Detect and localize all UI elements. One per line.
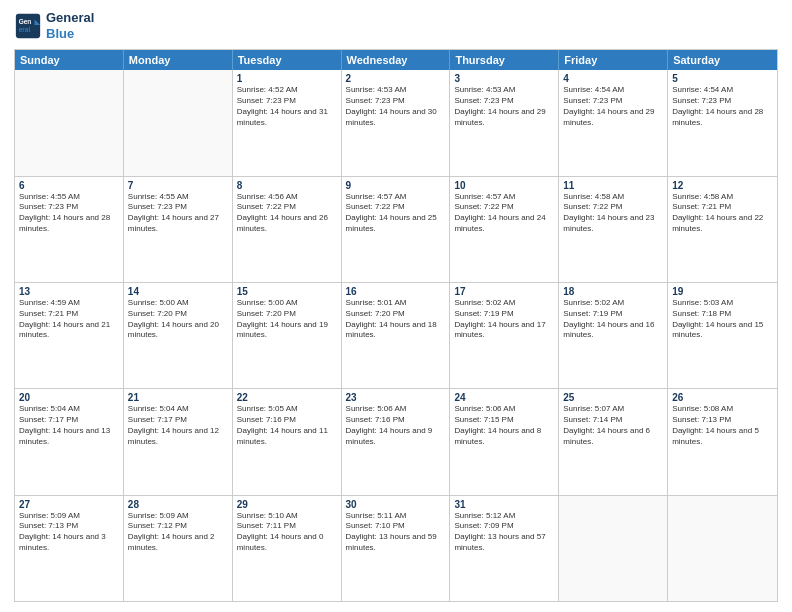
- logo: Gen eral GeneralBlue: [14, 10, 94, 41]
- day-info: Sunrise: 5:09 AMSunset: 7:13 PMDaylight:…: [19, 511, 119, 554]
- day-info: Sunrise: 5:02 AMSunset: 7:19 PMDaylight:…: [454, 298, 554, 341]
- calendar-cell: 23Sunrise: 5:06 AMSunset: 7:16 PMDayligh…: [342, 389, 451, 494]
- day-info: Sunrise: 4:54 AMSunset: 7:23 PMDaylight:…: [672, 85, 773, 128]
- calendar-cell: 26Sunrise: 5:08 AMSunset: 7:13 PMDayligh…: [668, 389, 777, 494]
- day-info: Sunrise: 5:07 AMSunset: 7:14 PMDaylight:…: [563, 404, 663, 447]
- day-info: Sunrise: 4:54 AMSunset: 7:23 PMDaylight:…: [563, 85, 663, 128]
- day-info: Sunrise: 4:57 AMSunset: 7:22 PMDaylight:…: [346, 192, 446, 235]
- day-number: 19: [672, 286, 773, 297]
- calendar-cell: 11Sunrise: 4:58 AMSunset: 7:22 PMDayligh…: [559, 177, 668, 282]
- day-header-saturday: Saturday: [668, 50, 777, 70]
- day-number: 22: [237, 392, 337, 403]
- day-header-wednesday: Wednesday: [342, 50, 451, 70]
- calendar-cell: 21Sunrise: 5:04 AMSunset: 7:17 PMDayligh…: [124, 389, 233, 494]
- calendar-cell: 17Sunrise: 5:02 AMSunset: 7:19 PMDayligh…: [450, 283, 559, 388]
- calendar-cell: 31Sunrise: 5:12 AMSunset: 7:09 PMDayligh…: [450, 496, 559, 601]
- day-number: 3: [454, 73, 554, 84]
- logo-text: GeneralBlue: [46, 10, 94, 41]
- day-info: Sunrise: 5:11 AMSunset: 7:10 PMDaylight:…: [346, 511, 446, 554]
- calendar-body: 1Sunrise: 4:52 AMSunset: 7:23 PMDaylight…: [15, 70, 777, 601]
- day-number: 23: [346, 392, 446, 403]
- calendar-week-3: 13Sunrise: 4:59 AMSunset: 7:21 PMDayligh…: [15, 283, 777, 389]
- calendar-cell: [15, 70, 124, 175]
- day-header-sunday: Sunday: [15, 50, 124, 70]
- day-info: Sunrise: 5:06 AMSunset: 7:16 PMDaylight:…: [346, 404, 446, 447]
- day-number: 17: [454, 286, 554, 297]
- calendar-cell: 19Sunrise: 5:03 AMSunset: 7:18 PMDayligh…: [668, 283, 777, 388]
- day-info: Sunrise: 4:55 AMSunset: 7:23 PMDaylight:…: [19, 192, 119, 235]
- day-info: Sunrise: 5:05 AMSunset: 7:16 PMDaylight:…: [237, 404, 337, 447]
- day-info: Sunrise: 5:04 AMSunset: 7:17 PMDaylight:…: [19, 404, 119, 447]
- calendar-cell: 20Sunrise: 5:04 AMSunset: 7:17 PMDayligh…: [15, 389, 124, 494]
- day-number: 6: [19, 180, 119, 191]
- day-number: 9: [346, 180, 446, 191]
- day-number: 16: [346, 286, 446, 297]
- page-header: Gen eral GeneralBlue: [14, 10, 778, 41]
- day-info: Sunrise: 5:12 AMSunset: 7:09 PMDaylight:…: [454, 511, 554, 554]
- day-number: 24: [454, 392, 554, 403]
- calendar-cell: 22Sunrise: 5:05 AMSunset: 7:16 PMDayligh…: [233, 389, 342, 494]
- calendar-cell: 13Sunrise: 4:59 AMSunset: 7:21 PMDayligh…: [15, 283, 124, 388]
- calendar-cell: 12Sunrise: 4:58 AMSunset: 7:21 PMDayligh…: [668, 177, 777, 282]
- day-number: 27: [19, 499, 119, 510]
- day-number: 4: [563, 73, 663, 84]
- calendar-cell: 1Sunrise: 4:52 AMSunset: 7:23 PMDaylight…: [233, 70, 342, 175]
- calendar: SundayMondayTuesdayWednesdayThursdayFrid…: [14, 49, 778, 602]
- calendar-cell: 8Sunrise: 4:56 AMSunset: 7:22 PMDaylight…: [233, 177, 342, 282]
- day-number: 11: [563, 180, 663, 191]
- day-number: 14: [128, 286, 228, 297]
- calendar-cell: 18Sunrise: 5:02 AMSunset: 7:19 PMDayligh…: [559, 283, 668, 388]
- day-header-thursday: Thursday: [450, 50, 559, 70]
- day-number: 10: [454, 180, 554, 191]
- calendar-cell: [559, 496, 668, 601]
- day-info: Sunrise: 4:56 AMSunset: 7:22 PMDaylight:…: [237, 192, 337, 235]
- calendar-cell: 30Sunrise: 5:11 AMSunset: 7:10 PMDayligh…: [342, 496, 451, 601]
- day-number: 28: [128, 499, 228, 510]
- calendar-cell: 4Sunrise: 4:54 AMSunset: 7:23 PMDaylight…: [559, 70, 668, 175]
- day-info: Sunrise: 4:57 AMSunset: 7:22 PMDaylight:…: [454, 192, 554, 235]
- day-info: Sunrise: 5:00 AMSunset: 7:20 PMDaylight:…: [128, 298, 228, 341]
- calendar-cell: 29Sunrise: 5:10 AMSunset: 7:11 PMDayligh…: [233, 496, 342, 601]
- calendar-cell: 2Sunrise: 4:53 AMSunset: 7:23 PMDaylight…: [342, 70, 451, 175]
- day-header-tuesday: Tuesday: [233, 50, 342, 70]
- day-number: 15: [237, 286, 337, 297]
- day-info: Sunrise: 4:59 AMSunset: 7:21 PMDaylight:…: [19, 298, 119, 341]
- day-info: Sunrise: 5:10 AMSunset: 7:11 PMDaylight:…: [237, 511, 337, 554]
- day-number: 21: [128, 392, 228, 403]
- calendar-week-2: 6Sunrise: 4:55 AMSunset: 7:23 PMDaylight…: [15, 177, 777, 283]
- day-info: Sunrise: 5:09 AMSunset: 7:12 PMDaylight:…: [128, 511, 228, 554]
- day-info: Sunrise: 5:06 AMSunset: 7:15 PMDaylight:…: [454, 404, 554, 447]
- calendar-cell: 10Sunrise: 4:57 AMSunset: 7:22 PMDayligh…: [450, 177, 559, 282]
- day-number: 1: [237, 73, 337, 84]
- day-number: 2: [346, 73, 446, 84]
- calendar-cell: 9Sunrise: 4:57 AMSunset: 7:22 PMDaylight…: [342, 177, 451, 282]
- calendar-header: SundayMondayTuesdayWednesdayThursdayFrid…: [15, 50, 777, 70]
- calendar-cell: 27Sunrise: 5:09 AMSunset: 7:13 PMDayligh…: [15, 496, 124, 601]
- day-header-friday: Friday: [559, 50, 668, 70]
- calendar-cell: [124, 70, 233, 175]
- day-info: Sunrise: 5:00 AMSunset: 7:20 PMDaylight:…: [237, 298, 337, 341]
- svg-text:eral: eral: [19, 25, 31, 32]
- calendar-page: Gen eral GeneralBlue SundayMondayTuesday…: [0, 0, 792, 612]
- calendar-cell: 7Sunrise: 4:55 AMSunset: 7:23 PMDaylight…: [124, 177, 233, 282]
- day-number: 7: [128, 180, 228, 191]
- day-number: 30: [346, 499, 446, 510]
- svg-text:Gen: Gen: [19, 18, 32, 25]
- day-number: 12: [672, 180, 773, 191]
- day-number: 31: [454, 499, 554, 510]
- calendar-cell: 16Sunrise: 5:01 AMSunset: 7:20 PMDayligh…: [342, 283, 451, 388]
- day-info: Sunrise: 5:03 AMSunset: 7:18 PMDaylight:…: [672, 298, 773, 341]
- day-info: Sunrise: 5:01 AMSunset: 7:20 PMDaylight:…: [346, 298, 446, 341]
- logo-icon: Gen eral: [14, 12, 42, 40]
- logo-name: GeneralBlue: [46, 10, 94, 41]
- day-info: Sunrise: 4:58 AMSunset: 7:22 PMDaylight:…: [563, 192, 663, 235]
- calendar-cell: 25Sunrise: 5:07 AMSunset: 7:14 PMDayligh…: [559, 389, 668, 494]
- calendar-cell: 5Sunrise: 4:54 AMSunset: 7:23 PMDaylight…: [668, 70, 777, 175]
- day-info: Sunrise: 4:58 AMSunset: 7:21 PMDaylight:…: [672, 192, 773, 235]
- day-info: Sunrise: 4:52 AMSunset: 7:23 PMDaylight:…: [237, 85, 337, 128]
- day-number: 18: [563, 286, 663, 297]
- day-number: 20: [19, 392, 119, 403]
- day-info: Sunrise: 5:08 AMSunset: 7:13 PMDaylight:…: [672, 404, 773, 447]
- day-info: Sunrise: 4:55 AMSunset: 7:23 PMDaylight:…: [128, 192, 228, 235]
- calendar-cell: 28Sunrise: 5:09 AMSunset: 7:12 PMDayligh…: [124, 496, 233, 601]
